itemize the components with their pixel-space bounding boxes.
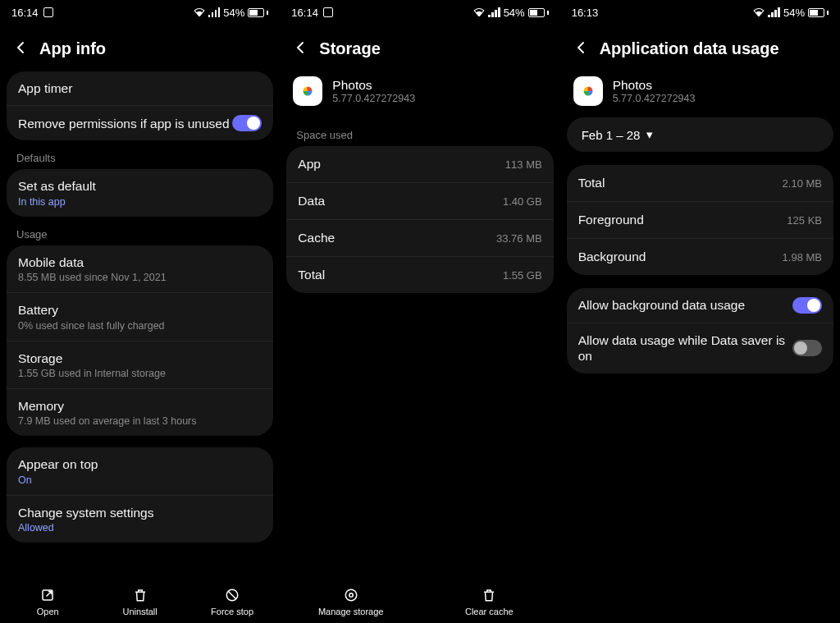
row-remove-permissions[interactable]: Remove permissions if app is unused [7,106,273,140]
action-clear-cache[interactable]: Clear cache [420,588,559,616]
picture-icon [323,7,333,17]
pane-data-usage: 16:13 54% Application data usage Photos … [560,0,840,623]
label: Battery [18,302,262,318]
label: Change system settings [18,505,262,520]
sublabel: 7.9 MB used on average in last 3 hours [18,415,262,427]
toggle-remove-permissions[interactable] [232,115,262,131]
page-title: Storage [319,39,380,58]
wifi-icon [473,7,485,19]
toggle-allow-background-data[interactable] [792,297,822,314]
back-icon[interactable] [293,40,308,58]
wifi-icon [753,7,765,19]
svg-point-3 [349,593,353,598]
label: Allow background data usage [578,297,792,313]
sublabel: 1.55 GB used in Internal storage [18,368,262,379]
app-header: Photos 5.77.0.427272943 [280,71,559,117]
photos-app-icon [293,76,322,106]
header: App info [0,25,280,71]
sublabel: On [18,474,262,486]
section-space-used: Space used [280,117,559,146]
sublabel: Allowed [18,522,262,534]
battery-icon [528,8,549,17]
row-allow-background-data[interactable]: Allow background data usage [567,288,833,323]
back-icon[interactable] [13,40,28,58]
status-time: 16:14 [11,7,39,19]
battery-icon [808,8,829,17]
header: Storage [280,25,559,71]
picture-icon [43,7,53,17]
row-mobile-data[interactable]: Mobile data 8.55 MB used since Nov 1, 20… [7,245,273,293]
card-advanced: Appear on top On Change system settings … [7,447,273,543]
bottom-bar: Manage storage Clear cache [280,579,559,623]
signal-icon [768,7,780,17]
action-uninstall[interactable]: Uninstall [94,588,185,616]
label: Mobile data [18,254,262,270]
row-storage[interactable]: Storage 1.55 GB used in Internal storage [7,341,273,389]
action-manage-storage[interactable]: Manage storage [281,588,420,616]
row-cache-size: Cache 33.76 MB [286,220,553,257]
status-time: 16:13 [572,7,599,19]
header: Application data usage [560,25,840,71]
status-bar: 16:14 54% [0,0,280,25]
trash-icon [133,588,148,602]
stop-icon [225,588,240,602]
chevron-down-icon: ▾ [646,127,653,142]
key: Total [578,176,605,190]
status-bar: 16:13 54% [560,0,840,25]
val: 1.40 GB [503,195,542,208]
row-set-default[interactable]: Set as default In this app [7,169,273,216]
bottom-bar: Open Uninstall Force stop [0,579,280,623]
val: 2.10 MB [783,177,822,190]
toggle-allow-data-saver[interactable] [792,340,822,356]
section-defaults: Defaults [0,140,280,169]
action-force-stop[interactable]: Force stop [186,588,278,616]
row-total: Total 2.10 MB [567,165,833,202]
row-allow-data-saver[interactable]: Allow data usage while Data saver is on [567,323,833,373]
battery-percent: 54% [223,7,244,19]
row-memory[interactable]: Memory 7.9 MB used on average in last 3 … [7,389,273,436]
key: Data [298,194,325,208]
label: Manage storage [318,607,384,616]
card-toggles: Allow background data usage Allow data u… [567,288,833,373]
back-icon[interactable] [573,40,588,58]
row-appear-on-top[interactable]: Appear on top On [7,447,273,495]
app-version: 5.77.0.427272943 [613,93,696,104]
wifi-icon [194,7,205,19]
sublabel: In this app [18,196,262,208]
date-range-selector[interactable]: Feb 1 – 28 ▾ [567,117,833,152]
signal-icon [208,7,221,17]
label: Allow data usage while Data saver is on [578,332,792,364]
battery-percent: 54% [504,7,525,19]
val: 1.98 MB [783,251,822,263]
pane-storage: 16:14 54% Storage Photos 5.77.0.42727294… [280,0,559,623]
section-usage: Usage [0,217,280,245]
label: Remove permissions if app is unused [18,116,232,131]
label: Open [37,607,59,616]
date-range-label: Feb 1 – 28 [582,128,641,142]
row-background: Background 1.98 MB [567,239,833,275]
row-total-size: Total 1.55 GB [286,257,553,293]
photos-app-icon [573,76,603,106]
card-space-used: App 113 MB Data 1.40 GB Cache 33.76 MB T… [286,146,553,293]
row-change-system-settings[interactable]: Change system settings Allowed [7,496,273,543]
label: Force stop [211,607,253,616]
svg-point-2 [345,589,357,601]
row-foreground: Foreground 125 KB [567,202,833,239]
app-name: Photos [332,78,415,93]
row-app-timer[interactable]: App timer [7,71,273,106]
label: Storage [18,350,262,366]
page-title: Application data usage [600,39,779,58]
pane-app-info: 16:14 54% App info App timer [0,0,280,623]
label: Appear on top [18,456,262,472]
action-open[interactable]: Open [2,588,94,616]
label: App timer [18,80,262,96]
open-icon [40,588,55,602]
val: 125 KB [787,214,822,227]
signal-icon [488,7,500,17]
row-battery[interactable]: Battery 0% used since last fully charged [7,293,273,341]
battery-icon [248,8,268,17]
label: Set as default [18,178,262,194]
battery-percent: 54% [783,7,805,19]
gear-icon [344,588,358,602]
trash-icon [482,588,496,602]
